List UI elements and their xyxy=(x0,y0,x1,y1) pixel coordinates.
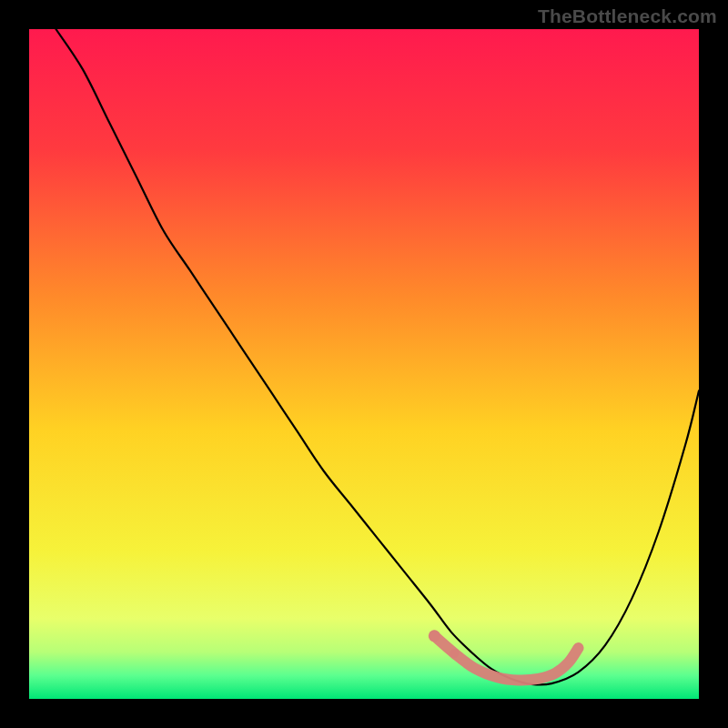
chart-svg xyxy=(29,29,699,699)
chart-plot-area xyxy=(29,29,699,699)
chart-stage: TheBottleneck.com xyxy=(0,0,728,728)
chart-background xyxy=(29,29,699,699)
trough-dot xyxy=(429,630,440,642)
watermark-text: TheBottleneck.com xyxy=(538,5,717,27)
trough-dot xyxy=(450,649,459,658)
